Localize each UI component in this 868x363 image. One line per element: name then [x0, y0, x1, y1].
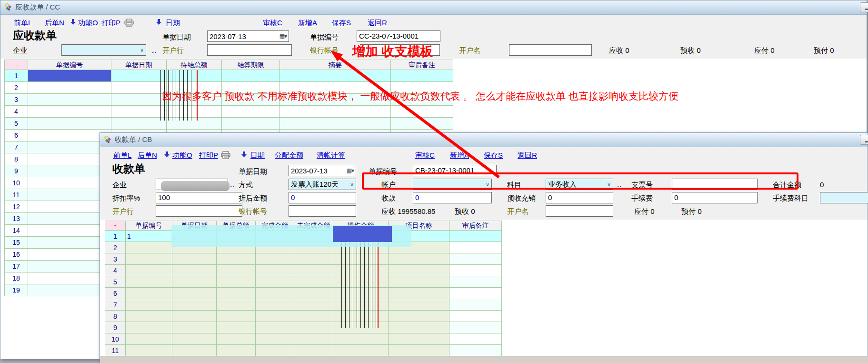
- grid-cell[interactable]: [126, 299, 172, 311]
- grid-cell[interactable]: [28, 237, 111, 249]
- row-number[interactable]: 17: [5, 261, 28, 272]
- grid-cell[interactable]: [111, 118, 167, 130]
- print-button[interactable]: 打印P: [101, 19, 120, 28]
- grid-cell[interactable]: [222, 118, 280, 130]
- grid-cell[interactable]: [167, 106, 222, 118]
- grid-cell[interactable]: [294, 265, 333, 276]
- row-number[interactable]: 11: [105, 345, 126, 356]
- account-name-input[interactable]: [509, 44, 592, 56]
- prev-doc-button[interactable]: 前单L: [14, 19, 32, 28]
- grid-cell[interactable]: [28, 82, 111, 94]
- printer-icon[interactable]: [221, 151, 230, 161]
- grid-cell[interactable]: [172, 265, 217, 276]
- titlebar-receipt[interactable]: 收款单 / CB: [100, 133, 868, 147]
- doc-no-input[interactable]: CC-23-07-13-0001: [357, 30, 440, 42]
- grid-cell[interactable]: [391, 70, 453, 82]
- back-button[interactable]: 返回R: [368, 19, 387, 28]
- row-number[interactable]: 8: [5, 153, 28, 165]
- grid-cell[interactable]: [389, 322, 449, 333]
- grid-cell[interactable]: [256, 333, 294, 345]
- grid-cell[interactable]: [256, 253, 294, 265]
- grid-cell[interactable]: [28, 249, 111, 261]
- function-menu-arrow-icon[interactable]: [70, 19, 76, 27]
- row-number[interactable]: 10: [5, 177, 28, 189]
- grid-cell[interactable]: [111, 106, 167, 118]
- grid-cell[interactable]: [449, 265, 502, 276]
- audit-button[interactable]: 审核C: [415, 151, 435, 160]
- grid-cell[interactable]: [28, 177, 111, 189]
- grid-cell[interactable]: [333, 299, 389, 311]
- grid-cell[interactable]: [217, 311, 256, 322]
- grid-cell[interactable]: [333, 253, 389, 265]
- grid-cell[interactable]: [126, 322, 172, 333]
- grid-cell[interactable]: [389, 345, 449, 356]
- grid-cell[interactable]: [256, 299, 294, 311]
- grid-cell[interactable]: [333, 333, 389, 345]
- grid-cell[interactable]: [167, 70, 222, 82]
- grid-cell[interactable]: [389, 299, 449, 311]
- row-number[interactable]: 12: [5, 201, 28, 213]
- grid-cell[interactable]: [449, 311, 502, 322]
- grid-cell[interactable]: [449, 322, 502, 333]
- bank-branch-input[interactable]: [156, 205, 242, 217]
- row-number[interactable]: 1: [105, 231, 126, 242]
- row-number[interactable]: 1: [5, 70, 28, 82]
- grid-cell[interactable]: 1: [126, 231, 172, 242]
- grid-cell[interactable]: [217, 265, 256, 276]
- grid-cell[interactable]: [28, 130, 111, 141]
- receipt-amount-input[interactable]: 0: [413, 192, 492, 203]
- row-number[interactable]: 4: [105, 265, 126, 276]
- grid-cell[interactable]: [391, 118, 453, 130]
- grid-cell[interactable]: [333, 345, 389, 356]
- fee-subject-input[interactable]: [820, 192, 868, 203]
- row-number[interactable]: 3: [105, 253, 126, 265]
- discounted-amount-input[interactable]: 0: [289, 192, 356, 203]
- grid-cell[interactable]: [256, 276, 294, 288]
- save-button[interactable]: 保存S: [332, 19, 351, 28]
- bank-branch-input[interactable]: [207, 44, 292, 56]
- grid-cell[interactable]: [389, 276, 449, 288]
- grid-cell[interactable]: [294, 311, 333, 322]
- grid-cell[interactable]: [172, 333, 217, 345]
- grid-cell[interactable]: [172, 311, 217, 322]
- grid-cell[interactable]: [28, 165, 111, 177]
- grid-cell[interactable]: [172, 345, 217, 356]
- function-menu-arrow-icon[interactable]: [164, 151, 170, 160]
- grid-cell[interactable]: [449, 231, 502, 242]
- grid-cell[interactable]: [111, 94, 167, 106]
- minimize-button[interactable]: [860, 135, 868, 145]
- selected-amount-cell[interactable]: [333, 226, 392, 242]
- grid-cell[interactable]: [294, 345, 333, 356]
- row-number[interactable]: 7: [105, 299, 126, 311]
- grid-cell[interactable]: [28, 106, 111, 118]
- grid-cell[interactable]: [28, 94, 111, 106]
- print-button[interactable]: 打印P: [199, 151, 218, 160]
- grid-cell[interactable]: [294, 288, 333, 299]
- grid-cell[interactable]: [389, 253, 449, 265]
- grid-cell[interactable]: [280, 70, 391, 82]
- account-name-input[interactable]: [546, 205, 613, 217]
- row-number[interactable]: 5: [5, 118, 28, 130]
- date-menu-button[interactable]: 日期: [166, 19, 180, 28]
- grid-cell[interactable]: [28, 201, 111, 213]
- grid-cell[interactable]: [389, 265, 449, 276]
- audit-button[interactable]: 审核C: [263, 19, 282, 28]
- grid-cell[interactable]: [217, 322, 256, 333]
- grid-cell[interactable]: [256, 322, 294, 333]
- grid-cell[interactable]: [389, 333, 449, 345]
- back-button[interactable]: 返回R: [518, 151, 537, 160]
- grid-cell[interactable]: [28, 272, 111, 284]
- grid-cell[interactable]: [256, 311, 294, 322]
- row-number[interactable]: 19: [5, 284, 28, 296]
- company-lookup-button[interactable]: ..: [230, 181, 235, 189]
- grid-cell[interactable]: [172, 253, 217, 265]
- precharge-input[interactable]: 0: [546, 192, 613, 203]
- row-number[interactable]: 15: [5, 237, 28, 249]
- grid-cell[interactable]: [172, 276, 217, 288]
- grid-cell[interactable]: [333, 276, 389, 288]
- grid-cell[interactable]: [256, 288, 294, 299]
- grid-cell[interactable]: [333, 265, 389, 276]
- grid-cell[interactable]: [172, 299, 217, 311]
- row-number[interactable]: 14: [5, 225, 28, 237]
- row-number[interactable]: 9: [5, 165, 28, 177]
